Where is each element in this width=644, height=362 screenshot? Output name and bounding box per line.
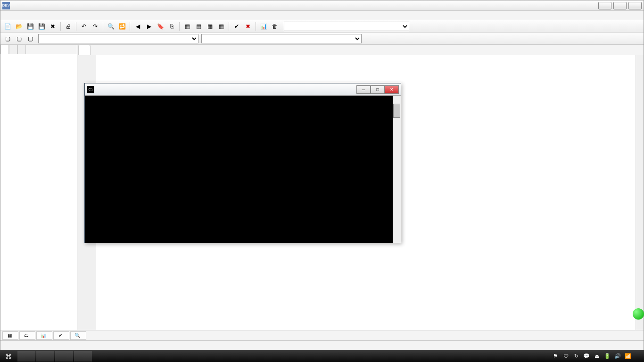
start-button[interactable]: ⌘ (0, 350, 17, 362)
new-resource-icon[interactable]: ▢ (25, 34, 35, 43)
system-tray: ⚑ 🛡 ↻ 💬 ⏏ 🔋 🔊 📶 (548, 353, 644, 360)
menu-search[interactable] (21, 15, 31, 16)
scope-select[interactable] (38, 34, 198, 43)
taskbar: ⌘ ⚑ 🛡 ↻ 💬 ⏏ 🔋 🔊 📶 (0, 350, 644, 362)
menu-execute[interactable] (50, 15, 59, 16)
save-icon[interactable]: 💾 (25, 22, 35, 31)
tab-debug[interactable] (17, 45, 26, 54)
task-item-final[interactable] (17, 351, 35, 362)
console-output[interactable] (85, 96, 401, 243)
new-project-icon[interactable]: ▢ (2, 34, 13, 43)
menu-help[interactable] (87, 15, 97, 16)
bookmark-icon[interactable]: 🔖 (155, 22, 165, 31)
notification-badge[interactable] (633, 308, 644, 320)
vertical-scrollbar[interactable] (636, 55, 644, 330)
devcpp-icon (59, 353, 66, 360)
open-file-icon[interactable]: 📂 (14, 22, 24, 31)
statusbar (0, 340, 644, 350)
log-icon: 📊 (41, 333, 46, 338)
close-button[interactable] (628, 2, 642, 9)
menu-file[interactable] (2, 15, 12, 16)
file-tab-assignment[interactable] (78, 45, 91, 55)
left-panel (0, 45, 77, 330)
compile-run-icon[interactable]: ▦ (205, 22, 215, 31)
chrome-icon (40, 353, 48, 360)
console-close-button[interactable]: ✕ (385, 85, 399, 94)
console-maximize-button[interactable]: □ (371, 85, 385, 94)
tab-classes[interactable] (9, 45, 17, 54)
new-file-icon[interactable]: 📄 (2, 22, 13, 31)
separator (103, 22, 103, 31)
tab-debug-bottom[interactable]: ✔ (53, 331, 69, 340)
forward-icon[interactable]: ▶ (144, 22, 154, 31)
new-class-icon[interactable]: ▢ (14, 34, 24, 43)
shield-icon[interactable]: 🛡 (562, 353, 570, 360)
goto-icon[interactable]: ⎘ (166, 22, 177, 31)
toolbar-main: 📄 📂 💾 💾 ✖ 🖨 ↶ ↷ 🔍 🔁 ◀ ▶ 🔖 ⎘ ▦ ▦ ▦ ▦ ✔ ✖ … (0, 20, 644, 33)
debug-icon: ✔ (58, 333, 63, 338)
console-scrollbar[interactable] (393, 96, 401, 243)
separator (229, 22, 229, 31)
find-icon[interactable]: 🔍 (106, 22, 116, 31)
maximize-button[interactable] (613, 2, 627, 9)
flag-icon[interactable]: ⚑ (552, 353, 559, 360)
console-window[interactable]: C:\ ─ □ ✕ (84, 83, 401, 243)
eject-icon[interactable]: ⏏ (593, 353, 601, 360)
separator (76, 22, 76, 31)
profile-icon[interactable]: 📊 (258, 22, 269, 31)
separator (179, 22, 180, 31)
find-icon: 🔍 (74, 333, 80, 338)
console-titlebar[interactable]: C:\ ─ □ ✕ (85, 83, 401, 96)
menu-cvs[interactable] (68, 15, 78, 16)
project-tree[interactable] (0, 54, 77, 330)
tab-project[interactable] (0, 45, 9, 54)
tab-compile-log[interactable]: 📊 (36, 331, 52, 340)
compiler-icon: ▦ (7, 333, 12, 338)
menubar (0, 11, 644, 20)
console-minimize-button[interactable]: ─ (356, 85, 371, 94)
folder-icon (21, 353, 29, 360)
save-all-icon[interactable]: 💾 (36, 22, 47, 31)
task-item-chrome[interactable] (36, 351, 54, 362)
back-icon[interactable]: ◀ (132, 22, 143, 31)
stop-icon[interactable]: ✖ (243, 22, 253, 31)
tab-resources[interactable]: 🗂 (19, 331, 35, 340)
undo-icon[interactable]: ↶ (79, 22, 89, 31)
menu-project[interactable] (40, 15, 50, 16)
task-item-devcpp[interactable] (55, 351, 73, 362)
chat-icon[interactable]: 💬 (583, 353, 590, 360)
menu-tools[interactable] (59, 15, 68, 16)
print-icon[interactable]: 🖨 (63, 22, 74, 31)
replace-icon[interactable]: 🔁 (117, 22, 127, 31)
tab-find-results[interactable]: 🔍 (70, 331, 86, 340)
menu-edit[interactable] (12, 15, 21, 16)
rebuild-icon[interactable]: ▦ (216, 22, 226, 31)
separator (256, 22, 256, 31)
trash-icon[interactable]: 🗑 (270, 22, 280, 31)
debug-icon[interactable]: ✔ (231, 22, 242, 31)
volume-icon[interactable]: 🔊 (614, 353, 621, 360)
toolbar-secondary: ▢ ▢ ▢ (0, 33, 644, 45)
menu-window[interactable] (78, 15, 87, 16)
bottom-tabs: ▦ 🗂 📊 ✔ 🔍 (0, 330, 644, 340)
compiler-select[interactable] (284, 22, 409, 31)
separator (130, 22, 130, 31)
run-icon[interactable]: ▦ (193, 22, 204, 31)
compile-icon[interactable]: ▦ (182, 22, 192, 31)
symbol-select[interactable] (201, 34, 362, 43)
menu-view[interactable] (31, 15, 40, 16)
separator (60, 22, 61, 31)
wifi-icon[interactable]: 📶 (624, 353, 632, 360)
console-icon: C:\ (87, 86, 94, 93)
console-icon (78, 353, 85, 360)
redo-icon[interactable]: ↷ (90, 22, 100, 31)
close-file-icon[interactable]: ✖ (48, 22, 58, 31)
tab-compiler[interactable]: ▦ (2, 331, 18, 340)
task-item-console[interactable] (74, 351, 92, 362)
battery-icon[interactable]: 🔋 (603, 353, 611, 360)
app-icon: DEV (2, 2, 10, 9)
titlebar[interactable]: DEV (0, 0, 644, 11)
resources-icon: 🗂 (24, 333, 29, 338)
sync-icon[interactable]: ↻ (572, 353, 580, 360)
minimize-button[interactable] (598, 2, 611, 9)
